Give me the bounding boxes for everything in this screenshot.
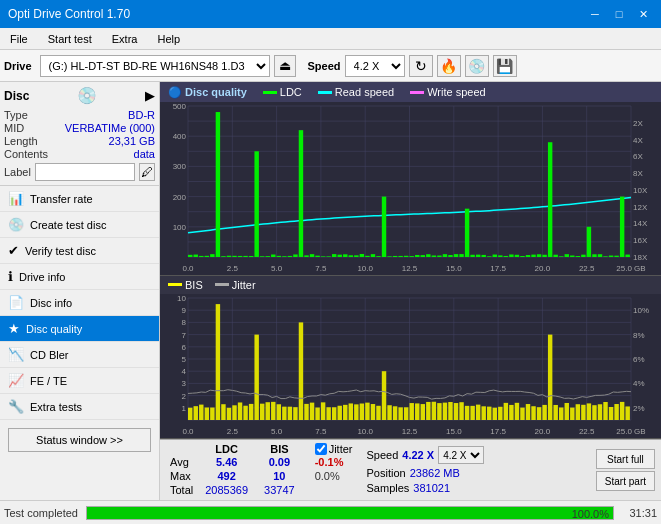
jitter-checkbox-row: Jitter [311, 443, 357, 455]
position-val: 23862 MB [410, 467, 460, 479]
nav-disc-quality[interactable]: ★ Disc quality [0, 316, 159, 342]
progress-text: 100.0% [572, 507, 609, 521]
menu-bar: File Start test Extra Help [0, 28, 661, 50]
legend-ldc: LDC [263, 86, 302, 98]
total-ldc: 2085369 [197, 483, 256, 497]
disc-type-key: Type [4, 109, 28, 121]
window-controls: ─ □ ✕ [585, 6, 653, 22]
start-part-button[interactable]: Start part [596, 471, 655, 491]
drive-select[interactable]: (G:) HL-DT-ST BD-RE WH16NS48 1.D3 [40, 55, 270, 77]
bottom-chart [160, 294, 661, 439]
jitter-checkbox[interactable] [315, 443, 327, 455]
menu-file[interactable]: File [4, 31, 34, 47]
chart-title: 🔵 Disc quality [168, 86, 247, 99]
top-chart [160, 102, 661, 276]
nav-verify-test-disc-label: Verify test disc [25, 245, 96, 257]
max-ldc: 492 [197, 469, 256, 483]
nav-disc-info[interactable]: 📄 Disc info [0, 290, 159, 316]
avg-ldc: 5.46 [197, 455, 256, 469]
disc-type-row: Type BD-R [4, 109, 155, 121]
disc-quality-icon: ★ [8, 321, 20, 336]
nav-transfer-rate[interactable]: 📊 Transfer rate [0, 186, 159, 212]
disc-expand-icon[interactable]: ▶ [145, 88, 155, 103]
minimize-button[interactable]: ─ [585, 6, 605, 22]
disc-button[interactable]: 💿 [465, 55, 489, 77]
nav-verify-test-disc[interactable]: ✔ Verify test disc [0, 238, 159, 264]
legend-ldc-label: LDC [280, 86, 302, 98]
nav-create-test-disc[interactable]: 💿 Create test disc [0, 212, 159, 238]
disc-mid-key: MID [4, 122, 24, 134]
disc-label-browse-button[interactable]: 🖊 [139, 163, 155, 181]
disc-length-val: 23,31 GB [109, 135, 155, 147]
eject-button[interactable]: ⏏ [274, 55, 296, 77]
charts-container: BIS Jitter LDC BIS [160, 102, 661, 500]
burn-button[interactable]: 🔥 [437, 55, 461, 77]
refresh-button[interactable]: ↻ [409, 55, 433, 77]
fe-te-icon: 📈 [8, 373, 24, 388]
stats-header-bis: BIS [256, 443, 303, 455]
position-label: Position [367, 467, 406, 479]
disc-panel: Disc 💿 ▶ Type BD-R MID VERBATIMe (000) L… [0, 82, 159, 186]
maximize-button[interactable]: □ [609, 6, 629, 22]
avg-jitter: -0.1% [311, 455, 357, 469]
disc-label-key: Label [4, 166, 31, 178]
legend-read-speed-label: Read speed [335, 86, 394, 98]
legend-read-speed-color [318, 91, 332, 94]
disc-mid-row: MID VERBATIMe (000) [4, 122, 155, 134]
chart-header: 🔵 Disc quality LDC Read speed Write spee… [160, 82, 661, 102]
title-bar: Opti Drive Control 1.70 ─ □ ✕ [0, 0, 661, 28]
disc-length-key: Length [4, 135, 38, 147]
speed-info-val: 4.22 X [402, 449, 434, 461]
speed-label: Speed [308, 60, 341, 72]
legend-ldc-color [263, 91, 277, 94]
stats-panel: LDC BIS Jitter Avg 5.46 0.09 -0.1% [160, 439, 661, 500]
status-bar: Test completed 100.0% 31:31 [0, 500, 661, 524]
nav-extra-tests[interactable]: 🔧 Extra tests [0, 394, 159, 420]
disc-length-row: Length 23,31 GB [4, 135, 155, 147]
drive-info-icon: ℹ [8, 269, 13, 284]
time-text: 31:31 [622, 507, 657, 519]
legend-jitter-label: Jitter [232, 279, 256, 291]
disc-label-input[interactable] [35, 163, 135, 181]
disc-contents-val: data [134, 148, 155, 160]
transfer-rate-icon: 📊 [8, 191, 24, 206]
nav-create-test-disc-label: Create test disc [30, 219, 106, 231]
nav-drive-info[interactable]: ℹ Drive info [0, 264, 159, 290]
toolbar: Drive (G:) HL-DT-ST BD-RE WH16NS48 1.D3 … [0, 50, 661, 82]
stats-header-ldc: LDC [197, 443, 256, 455]
top-chart-canvas [160, 102, 661, 275]
app-title: Opti Drive Control 1.70 [8, 7, 130, 21]
speed-select[interactable]: 4.2 X [345, 55, 405, 77]
close-button[interactable]: ✕ [633, 6, 653, 22]
nav-fe-te[interactable]: 📈 FE / TE [0, 368, 159, 394]
nav-extra-tests-label: Extra tests [30, 401, 82, 413]
menu-start-test[interactable]: Start test [42, 31, 98, 47]
drive-label: Drive [4, 60, 32, 72]
legend-read-speed: Read speed [318, 86, 394, 98]
nav-items: 📊 Transfer rate 💿 Create test disc ✔ Ver… [0, 186, 159, 420]
cd-bler-icon: 📉 [8, 347, 24, 362]
bottom-chart-canvas [160, 294, 661, 438]
max-jitter: 0.0% [311, 469, 357, 483]
start-full-button[interactable]: Start full [596, 449, 655, 469]
max-label: Max [166, 469, 197, 483]
speed-info-select[interactable]: 4.2 X [438, 446, 484, 464]
nav-transfer-rate-label: Transfer rate [30, 193, 93, 205]
status-window-button[interactable]: Status window >> [8, 428, 151, 452]
bottom-chart-header: BIS Jitter [160, 276, 661, 294]
legend-write-speed-label: Write speed [427, 86, 486, 98]
speed-info: Speed 4.22 X 4.2 X Position 23862 MB Sam… [367, 446, 485, 494]
disc-section-label: Disc [4, 89, 29, 103]
save-button[interactable]: 💾 [493, 55, 517, 77]
main-content: Disc 💿 ▶ Type BD-R MID VERBATIMe (000) L… [0, 82, 661, 500]
extra-tests-icon: 🔧 [8, 399, 24, 414]
samples-row: Samples 381021 [367, 482, 485, 494]
menu-extra[interactable]: Extra [106, 31, 144, 47]
disc-label-row: Label 🖊 [4, 163, 155, 181]
progress-bar-container: 100.0% [86, 506, 614, 520]
menu-help[interactable]: Help [151, 31, 186, 47]
max-bis: 10 [256, 469, 303, 483]
verify-test-disc-icon: ✔ [8, 243, 19, 258]
nav-cd-bler[interactable]: 📉 CD Bler [0, 342, 159, 368]
legend-write-speed-color [410, 91, 424, 94]
